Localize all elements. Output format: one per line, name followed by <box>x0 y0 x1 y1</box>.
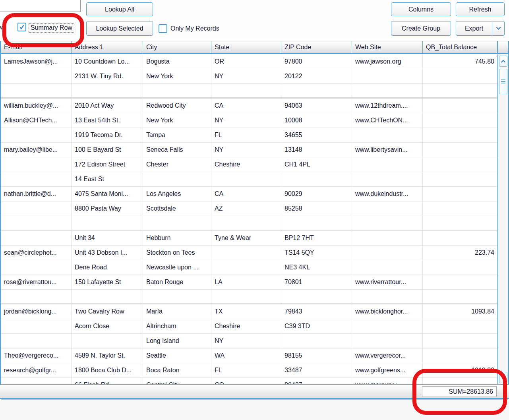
table-cell <box>423 275 497 290</box>
table-row[interactable]: Dene RoadNewcastle upon ...NE3 4KL <box>1 260 497 275</box>
export-button[interactable]: Export <box>456 21 505 36</box>
scroll-up-button[interactable] <box>499 56 507 67</box>
lookup-all-button[interactable]: Lookup All <box>86 2 153 16</box>
table-cell: 94063 <box>281 99 352 113</box>
grid-header-cell[interactable]: City <box>143 41 211 53</box>
grid-header-cell[interactable]: State <box>211 41 281 53</box>
scrollbar-thumb[interactable] <box>499 69 507 94</box>
create-group-button[interactable]: Create Group <box>391 21 451 36</box>
table-cell <box>72 290 143 304</box>
table-cell: 1919 Tecoma Dr. <box>72 128 143 143</box>
export-dropdown-toggle[interactable] <box>492 21 504 35</box>
table-cell: Baton Rouge <box>143 275 211 290</box>
summary-row-checkbox[interactable] <box>17 23 26 31</box>
table-cell <box>423 157 497 172</box>
table-row[interactable]: research@golfgr...1800 Boca Club D...Boc… <box>1 363 497 378</box>
table-cell <box>1 334 72 348</box>
table-cell <box>281 172 352 187</box>
grid-header-row: E-mailAddress 1CityStateZIP CodeWeb Site… <box>1 41 508 54</box>
table-cell: Unit 34 <box>72 231 143 246</box>
table-cell: Allison@CHTech... <box>1 113 72 128</box>
grid-header-cell[interactable]: QB_Total Balance <box>423 41 497 53</box>
table-cell: Scottsdale <box>143 201 211 216</box>
table-row[interactable]: Long IslandNY <box>1 334 497 348</box>
table-row[interactable]: 66 Flash RdCentral CityCO80427www.mercur… <box>1 378 497 384</box>
table-cell: NY <box>211 143 281 157</box>
table-row[interactable]: LamesJawson@j...10 Countdown Lo...Bogust… <box>1 54 497 69</box>
grid-header-cell[interactable]: ZIP Code <box>281 41 352 53</box>
filter-input[interactable] <box>0 0 81 12</box>
table-cell: 100 E Bayard St <box>72 143 143 157</box>
table-cell <box>1 172 72 187</box>
table-row[interactable]: 2131 W. Tiny Rd.New YorkNY20122 <box>1 69 497 84</box>
table-row[interactable]: sean@circlephot...Unit 43 Dobson I...Sto… <box>1 246 497 260</box>
table-cell: 172 Edison Street <box>72 157 143 172</box>
table-row[interactable]: mary.bailey@libe...100 E Bayard StSeneca… <box>1 143 497 157</box>
table-row[interactable] <box>1 216 497 231</box>
table-cell: 33487 <box>281 363 352 378</box>
table-row[interactable] <box>1 84 497 99</box>
table-cell <box>352 290 423 304</box>
table-row[interactable]: Acorn CloseAltrinchamCheshireC39 3TD <box>1 319 497 334</box>
table-cell: nathan.brittle@d... <box>1 187 72 201</box>
table-cell: Theo@vergereco... <box>1 348 72 363</box>
table-cell: WA <box>211 348 281 363</box>
table-row[interactable]: 8800 Pasta WayScottsdaleAZ85258 <box>1 201 497 216</box>
table-cell: www.vergerecor... <box>352 348 423 363</box>
table-cell <box>423 334 497 348</box>
grip-icon <box>501 79 505 84</box>
table-cell: www.CHTechON... <box>352 113 423 128</box>
table-cell: BP12 7HT <box>281 231 352 246</box>
only-my-records-label[interactable]: Only My Records <box>170 25 219 32</box>
table-row[interactable]: jordan@bicklong...Two Cavalry RowMarfaTX… <box>1 304 497 319</box>
vertical-scrollbar[interactable] <box>497 54 508 384</box>
table-row[interactable]: rose@riverrattou...150 Lafayette StBaton… <box>1 275 497 290</box>
table-cell: Hebburn <box>143 231 211 246</box>
checkmark-icon <box>19 24 25 30</box>
table-cell: 10008 <box>281 113 352 128</box>
table-cell: www.jawson.org <box>352 54 423 69</box>
table-row[interactable]: william.buckley@...2010 Act WayRedwood C… <box>1 99 497 113</box>
table-cell: OR <box>211 54 281 69</box>
table-cell <box>211 84 281 99</box>
table-cell: www.golfgreens... <box>352 363 423 378</box>
table-cell: 97800 <box>281 54 352 69</box>
summary-row-label[interactable]: Summary Row <box>29 23 74 33</box>
lookup-selected-button[interactable]: Lookup Selected <box>86 21 153 36</box>
table-cell: 13148 <box>281 143 352 157</box>
grid-header-spacer <box>497 41 508 53</box>
table-cell: Tampa <box>143 128 211 143</box>
table-cell: 70801 <box>281 275 352 290</box>
table-cell: 80427 <box>281 378 352 384</box>
grid-body: LamesJawson@j...10 Countdown Lo...Bogust… <box>1 54 497 384</box>
table-cell: william.buckley@... <box>1 99 72 113</box>
table-cell <box>281 334 352 348</box>
table-cell <box>72 84 143 99</box>
table-row[interactable] <box>1 290 497 304</box>
table-cell: 1093.84 <box>423 304 497 319</box>
table-row[interactable]: 1919 Tecoma Dr.TampaFL34655 <box>1 128 497 143</box>
table-cell <box>352 69 423 84</box>
table-row[interactable]: 172 Edison StreetChesterCheshireCH1 4PL <box>1 157 497 172</box>
scroll-down-button[interactable] <box>499 372 507 383</box>
columns-button[interactable]: Columns <box>391 2 451 16</box>
table-cell: C39 3TD <box>281 319 352 334</box>
table-row[interactable]: 14 East St <box>1 172 497 187</box>
table-cell: www.12thdream.... <box>352 99 423 113</box>
table-cell <box>423 84 497 99</box>
grid-header-cell[interactable]: Web Site <box>352 41 423 53</box>
table-cell: Two Cavalry Row <box>72 304 143 319</box>
table-cell: 4075 Santa Moni... <box>72 187 143 201</box>
table-cell <box>1 319 72 334</box>
toolbar: w Summary Row Lookup All Lookup Selected… <box>0 0 509 41</box>
table-cell: AZ <box>211 201 281 216</box>
refresh-button[interactable]: Refresh <box>456 2 505 16</box>
table-cell: New York <box>143 113 211 128</box>
grid-header-cell[interactable]: Address 1 <box>72 41 143 53</box>
table-row[interactable]: nathan.brittle@d...4075 Santa Moni...Los… <box>1 187 497 201</box>
table-row[interactable]: Allison@CHTech...13 East 54th St.New Yor… <box>1 113 497 128</box>
only-my-records-checkbox[interactable] <box>159 24 167 33</box>
grid-header-cell[interactable]: E-mail <box>1 41 72 53</box>
table-row[interactable]: Unit 34HebburnTyne & WearBP12 7HT <box>1 231 497 246</box>
table-row[interactable]: Theo@vergereco...4589 N. Taylor St.Seatt… <box>1 348 497 363</box>
